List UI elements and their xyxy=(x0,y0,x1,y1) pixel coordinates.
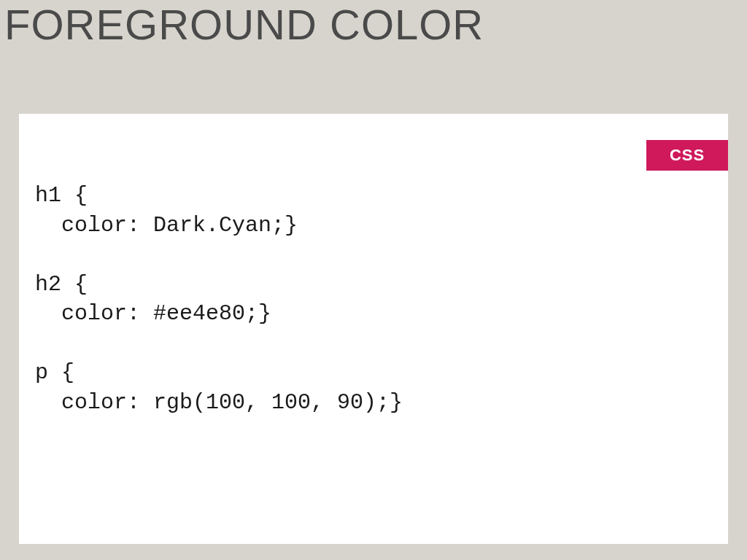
code-block: h1 { color: Dark.Cyan;} h2 { color: #ee4… xyxy=(35,181,403,417)
language-badge: CSS xyxy=(646,140,728,171)
code-card: CSS h1 { color: Dark.Cyan;} h2 { color: … xyxy=(19,114,728,544)
slide-title: FOREGROUND COLOR xyxy=(4,0,484,49)
